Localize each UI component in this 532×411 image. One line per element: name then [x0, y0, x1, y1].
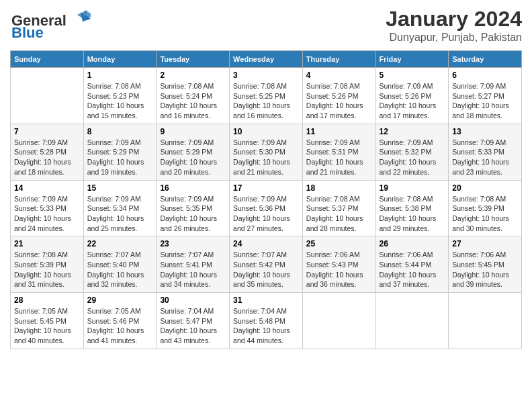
- calendar-cell: 9Sunrise: 7:09 AMSunset: 5:29 PMDaylight…: [157, 124, 230, 180]
- calendar-cell: 28Sunrise: 7:05 AMSunset: 5:45 PMDayligh…: [11, 293, 84, 349]
- day-number: 24: [233, 239, 299, 248]
- day-info: Sunrise: 7:08 AMSunset: 5:24 PMDaylight:…: [160, 81, 226, 121]
- page-container: General Blue January 2024 Dunyapur, Punj…: [0, 0, 532, 356]
- day-number: 19: [380, 183, 445, 193]
- day-info: Sunrise: 7:05 AMSunset: 5:45 PMDaylight:…: [14, 306, 80, 346]
- day-number: 18: [306, 183, 372, 193]
- calendar-week-row: 7Sunrise: 7:09 AMSunset: 5:28 PMDaylight…: [11, 124, 522, 180]
- day-info: Sunrise: 7:09 AMSunset: 5:32 PMDaylight:…: [380, 138, 445, 177]
- day-number: 2: [160, 71, 226, 80]
- day-info: Sunrise: 7:08 AMSunset: 5:26 PMDaylight:…: [306, 81, 372, 121]
- calendar-week-row: 1Sunrise: 7:08 AMSunset: 5:23 PMDaylight…: [11, 68, 522, 124]
- day-number: 8: [87, 127, 153, 136]
- day-number: 3: [233, 71, 299, 80]
- calendar-week-row: 14Sunrise: 7:09 AMSunset: 5:33 PMDayligh…: [11, 180, 522, 236]
- day-number: 25: [306, 239, 372, 248]
- calendar-cell: 10Sunrise: 7:09 AMSunset: 5:30 PMDayligh…: [230, 124, 303, 180]
- calendar-cell: 29Sunrise: 7:05 AMSunset: 5:46 PMDayligh…: [83, 293, 157, 349]
- calendar-cell: 13Sunrise: 7:09 AMSunset: 5:33 PMDayligh…: [449, 124, 522, 180]
- calendar-cell: 15Sunrise: 7:09 AMSunset: 5:34 PMDayligh…: [83, 180, 157, 236]
- day-number: 10: [233, 127, 299, 136]
- day-number: 31: [233, 295, 299, 305]
- calendar-cell: 14Sunrise: 7:09 AMSunset: 5:33 PMDayligh…: [11, 180, 84, 236]
- title-section: January 2024 Dunyapur, Punjab, Pakistan: [386, 7, 522, 44]
- day-info: Sunrise: 7:08 AMSunset: 5:25 PMDaylight:…: [233, 81, 299, 121]
- day-number: 12: [380, 127, 445, 136]
- day-info: Sunrise: 7:09 AMSunset: 5:34 PMDaylight:…: [87, 194, 153, 234]
- calendar-header-wednesday: Wednesday: [230, 51, 303, 68]
- day-number: 20: [452, 183, 518, 193]
- calendar-cell: 2Sunrise: 7:08 AMSunset: 5:24 PMDaylight…: [157, 68, 230, 124]
- calendar-header-sunday: Sunday: [11, 51, 84, 68]
- day-info: Sunrise: 7:08 AMSunset: 5:38 PMDaylight:…: [380, 194, 445, 234]
- day-number: 22: [87, 239, 153, 248]
- calendar-header-row: SundayMondayTuesdayWednesdayThursdayFrid…: [11, 51, 522, 68]
- calendar-cell: 24Sunrise: 7:07 AMSunset: 5:42 PMDayligh…: [230, 236, 303, 293]
- calendar-cell: 25Sunrise: 7:06 AMSunset: 5:43 PMDayligh…: [302, 236, 375, 293]
- day-number: 16: [160, 183, 226, 193]
- calendar-header-friday: Friday: [375, 51, 449, 68]
- day-number: 1: [87, 71, 153, 80]
- header: General Blue January 2024 Dunyapur, Punj…: [10, 7, 522, 44]
- day-number: 30: [160, 295, 226, 305]
- day-number: 29: [87, 295, 153, 305]
- day-info: Sunrise: 7:07 AMSunset: 5:42 PMDaylight:…: [233, 250, 299, 289]
- day-number: 27: [452, 239, 518, 248]
- calendar-cell: [375, 293, 449, 349]
- day-info: Sunrise: 7:09 AMSunset: 5:35 PMDaylight:…: [160, 194, 226, 234]
- day-number: 7: [14, 127, 80, 136]
- calendar-week-row: 21Sunrise: 7:08 AMSunset: 5:39 PMDayligh…: [11, 236, 522, 293]
- calendar-cell: 22Sunrise: 7:07 AMSunset: 5:40 PMDayligh…: [83, 236, 157, 293]
- calendar-cell: [11, 68, 84, 124]
- day-number: 28: [14, 295, 80, 305]
- calendar-cell: 18Sunrise: 7:08 AMSunset: 5:37 PMDayligh…: [302, 180, 375, 236]
- calendar-cell: 21Sunrise: 7:08 AMSunset: 5:39 PMDayligh…: [11, 236, 84, 293]
- day-number: 4: [306, 71, 372, 80]
- day-info: Sunrise: 7:04 AMSunset: 5:47 PMDaylight:…: [160, 306, 226, 346]
- main-title: January 2024: [386, 7, 522, 32]
- day-info: Sunrise: 7:05 AMSunset: 5:46 PMDaylight:…: [87, 306, 153, 346]
- calendar-cell: [302, 293, 375, 349]
- day-info: Sunrise: 7:08 AMSunset: 5:23 PMDaylight:…: [87, 81, 153, 121]
- day-info: Sunrise: 7:08 AMSunset: 5:39 PMDaylight:…: [452, 194, 518, 234]
- svg-text:Blue: Blue: [11, 24, 44, 40]
- calendar-cell: 5Sunrise: 7:09 AMSunset: 5:26 PMDaylight…: [375, 68, 449, 124]
- calendar-header-saturday: Saturday: [449, 51, 522, 68]
- day-info: Sunrise: 7:09 AMSunset: 5:29 PMDaylight:…: [160, 138, 226, 177]
- day-number: 13: [452, 127, 518, 136]
- day-info: Sunrise: 7:09 AMSunset: 5:36 PMDaylight:…: [233, 194, 299, 234]
- day-info: Sunrise: 7:09 AMSunset: 5:29 PMDaylight:…: [87, 138, 153, 177]
- calendar-cell: 11Sunrise: 7:09 AMSunset: 5:31 PMDayligh…: [302, 124, 375, 180]
- day-info: Sunrise: 7:06 AMSunset: 5:44 PMDaylight:…: [380, 250, 445, 289]
- day-info: Sunrise: 7:09 AMSunset: 5:30 PMDaylight:…: [233, 138, 299, 177]
- day-number: 11: [306, 127, 372, 136]
- day-info: Sunrise: 7:09 AMSunset: 5:33 PMDaylight:…: [14, 194, 80, 234]
- calendar-header-tuesday: Tuesday: [157, 51, 230, 68]
- calendar-week-row: 28Sunrise: 7:05 AMSunset: 5:45 PMDayligh…: [11, 293, 522, 349]
- calendar-cell: 30Sunrise: 7:04 AMSunset: 5:47 PMDayligh…: [157, 293, 230, 349]
- day-number: 9: [160, 127, 226, 136]
- day-info: Sunrise: 7:06 AMSunset: 5:45 PMDaylight:…: [452, 250, 518, 289]
- day-info: Sunrise: 7:09 AMSunset: 5:28 PMDaylight:…: [14, 138, 80, 177]
- calendar-cell: 8Sunrise: 7:09 AMSunset: 5:29 PMDaylight…: [83, 124, 157, 180]
- calendar-cell: 7Sunrise: 7:09 AMSunset: 5:28 PMDaylight…: [11, 124, 84, 180]
- day-info: Sunrise: 7:09 AMSunset: 5:31 PMDaylight:…: [306, 138, 372, 177]
- calendar-cell: 6Sunrise: 7:09 AMSunset: 5:27 PMDaylight…: [449, 68, 522, 124]
- day-number: 6: [452, 71, 518, 80]
- day-number: 14: [14, 183, 80, 193]
- day-number: 5: [380, 71, 445, 80]
- calendar-cell: 16Sunrise: 7:09 AMSunset: 5:35 PMDayligh…: [157, 180, 230, 236]
- logo-svg: General Blue: [10, 7, 91, 40]
- calendar-cell: [449, 293, 522, 349]
- calendar-header-thursday: Thursday: [302, 51, 375, 68]
- day-info: Sunrise: 7:08 AMSunset: 5:39 PMDaylight:…: [14, 250, 80, 289]
- day-info: Sunrise: 7:08 AMSunset: 5:37 PMDaylight:…: [306, 194, 372, 234]
- day-info: Sunrise: 7:07 AMSunset: 5:40 PMDaylight:…: [87, 250, 153, 289]
- calendar-cell: 23Sunrise: 7:07 AMSunset: 5:41 PMDayligh…: [157, 236, 230, 293]
- day-number: 21: [14, 239, 80, 248]
- calendar-header-monday: Monday: [83, 51, 157, 68]
- day-info: Sunrise: 7:04 AMSunset: 5:48 PMDaylight:…: [233, 306, 299, 346]
- day-info: Sunrise: 7:09 AMSunset: 5:26 PMDaylight:…: [380, 81, 445, 121]
- calendar-cell: 27Sunrise: 7:06 AMSunset: 5:45 PMDayligh…: [449, 236, 522, 293]
- subtitle: Dunyapur, Punjab, Pakistan: [386, 32, 522, 44]
